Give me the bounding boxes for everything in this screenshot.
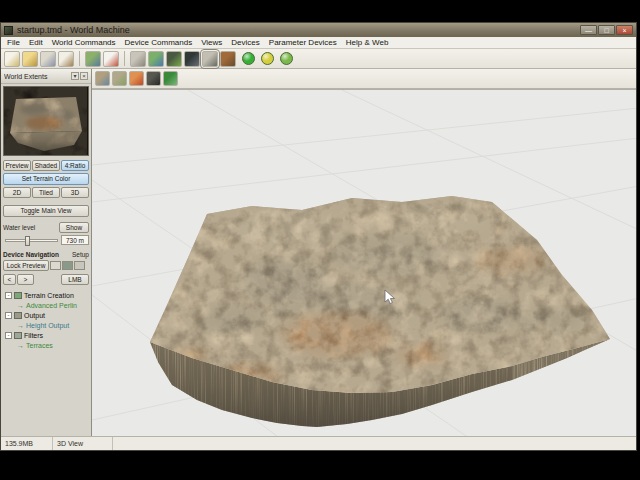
tree-item-output[interactable]: -Output	[5, 311, 91, 320]
toggle-main-view-button[interactable]: Toggle Main View	[3, 205, 89, 217]
nav-option-2-button[interactable]	[62, 261, 73, 270]
device-tree: -Terrain Creation→Advanced Perlin-Output…	[1, 290, 91, 350]
device-workview-icon[interactable]	[103, 51, 119, 67]
export-icon[interactable]	[58, 51, 74, 67]
main-column	[92, 69, 636, 436]
sidebar-panel-header[interactable]: World Extents ▾×	[1, 69, 91, 84]
view-toolbar	[92, 69, 636, 89]
layout-view-icon[interactable]	[85, 51, 101, 67]
edit-terrain-icon[interactable]	[163, 71, 178, 86]
nav-next-button[interactable]: >	[17, 274, 34, 285]
left-sidebar: World Extents ▾×	[1, 69, 92, 436]
tree-label: Filters	[24, 332, 43, 339]
tree-item-terraces[interactable]: →Terraces	[5, 341, 91, 350]
nav-option-1-button[interactable]	[50, 261, 61, 270]
memory-usage: 135.9MB	[1, 437, 53, 450]
tree-item-advanced-perlin[interactable]: →Advanced Perlin	[5, 301, 91, 310]
current-view-label: 3D View	[53, 437, 113, 450]
window-title: startup.tmd - World Machine	[17, 25, 130, 35]
perspective-view-icon[interactable]	[112, 71, 127, 86]
water-display-icon[interactable]	[129, 71, 144, 86]
main-toolbar	[1, 49, 636, 69]
device-navigation-label: Device Navigation	[3, 251, 71, 258]
status-spacer	[113, 437, 636, 450]
device-arrow-icon: →	[17, 322, 24, 329]
overview-map-icon[interactable]	[95, 71, 110, 86]
tree-label: Advanced Perlin	[26, 302, 77, 309]
save-file-icon[interactable]	[40, 51, 56, 67]
panel-close-icon[interactable]: ×	[80, 72, 88, 80]
parameter-view-icon[interactable]	[130, 51, 146, 67]
content-area: World Extents ▾×	[1, 69, 636, 436]
device-group-icon	[14, 292, 22, 299]
ratio-tab[interactable]: 4:Ratio	[61, 160, 89, 171]
tree-item-filters[interactable]: -Filters	[5, 331, 91, 340]
expander-icon[interactable]: -	[5, 292, 12, 299]
lock-preview-button[interactable]: Lock Preview	[3, 260, 49, 271]
nav-option-3-button[interactable]	[74, 261, 85, 270]
build-world-button[interactable]	[280, 52, 293, 65]
minimize-button[interactable]: —	[580, 25, 597, 35]
nav-prev-button[interactable]: <	[3, 274, 16, 285]
device-group-icon	[14, 332, 22, 339]
tree-item-height-output[interactable]: →Height Output	[5, 321, 91, 330]
tree-label: Height Output	[26, 322, 69, 329]
panel-title: World Extents	[4, 73, 70, 80]
menu-file[interactable]: File	[7, 38, 20, 47]
device-arrow-icon: →	[17, 342, 24, 349]
tree-label: Terraces	[26, 342, 53, 349]
title-bar[interactable]: startup.tmd - World Machine —□×	[1, 23, 636, 37]
view-tiled-button[interactable]: Tiled	[32, 187, 60, 198]
expander-icon[interactable]: -	[5, 312, 12, 319]
new-world-icon[interactable]	[4, 51, 20, 67]
mesh-view-icon[interactable]	[184, 51, 200, 67]
build-blend-button[interactable]	[261, 52, 274, 65]
device-arrow-icon: →	[17, 302, 24, 309]
texture-view-icon[interactable]	[220, 51, 236, 67]
toolbar-separator	[79, 51, 80, 66]
set-terrain-color-button[interactable]: Set Terrain Color	[3, 173, 89, 185]
expander-icon[interactable]: -	[5, 332, 12, 339]
tree-label: Output	[24, 312, 45, 319]
preview-mode-tabs: Preview Shaded 4:Ratio	[1, 160, 91, 171]
preview-tab[interactable]: Preview	[3, 160, 31, 171]
close-button[interactable]: ×	[616, 25, 633, 35]
slider-thumb[interactable]	[25, 236, 30, 246]
shaded-tab[interactable]: Shaded	[32, 160, 60, 171]
build-button[interactable]	[242, 52, 255, 65]
menu-devices[interactable]: Devices	[231, 38, 259, 47]
heightfield-view-icon[interactable]	[166, 51, 182, 67]
window-controls: —□×	[580, 25, 633, 35]
world-machine-window: startup.tmd - World Machine —□× FileEdit…	[0, 22, 637, 451]
toolbar-separator	[124, 51, 125, 66]
menu-views[interactable]: Views	[201, 38, 222, 47]
water-level-label: Water level	[3, 224, 58, 231]
panel-buttons: ▾×	[70, 72, 88, 80]
view-2d-button[interactable]: 2D	[3, 187, 31, 198]
lmb-button[interactable]: LMB	[61, 274, 89, 285]
device-group-icon	[14, 312, 22, 319]
panel-dropdown-icon[interactable]: ▾	[71, 72, 79, 80]
maximize-button[interactable]: □	[598, 25, 615, 35]
water-level-slider[interactable]	[5, 239, 58, 242]
show-water-button[interactable]: Show	[59, 222, 89, 233]
terrain-preview-thumbnail[interactable]	[3, 86, 89, 156]
tree-item-terrain-creation[interactable]: -Terrain Creation	[5, 291, 91, 300]
menu-edit[interactable]: Edit	[29, 38, 43, 47]
camera-settings-icon[interactable]	[146, 71, 161, 86]
menu-bar: FileEditWorld CommandsDevice CommandsVie…	[1, 37, 636, 49]
app-icon	[4, 26, 13, 35]
setup-label[interactable]: Setup	[72, 251, 89, 258]
open-file-icon[interactable]	[22, 51, 38, 67]
menu-parameter-devices[interactable]: Parameter Devices	[269, 38, 337, 47]
view-mode-buttons: 2D Tiled 3D	[1, 187, 91, 198]
viewport-3d[interactable]	[92, 89, 636, 436]
menu-help-web[interactable]: Help & Web	[346, 38, 389, 47]
menu-world-commands[interactable]: World Commands	[52, 38, 116, 47]
status-bar: 135.9MB 3D View	[1, 436, 636, 450]
view-3d-icon[interactable]	[202, 51, 218, 67]
tree-label: Terrain Creation	[24, 292, 74, 299]
menu-device-commands[interactable]: Device Commands	[125, 38, 193, 47]
explorer-view-icon[interactable]	[148, 51, 164, 67]
view-3d-button[interactable]: 3D	[61, 187, 89, 198]
